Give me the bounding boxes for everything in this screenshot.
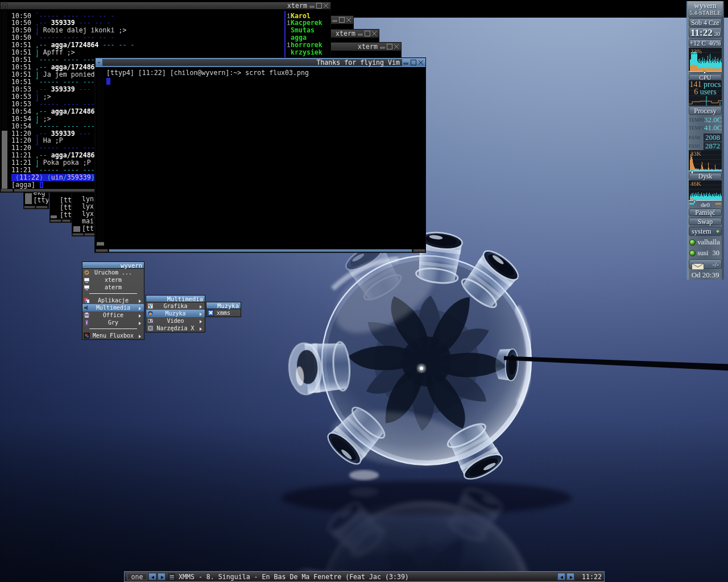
fluxbox-multimedia-submenu[interactable]: Multimedia GrafikaMuzykaVideoNarzędzia X	[146, 295, 205, 332]
user-prefix: i	[287, 19, 291, 27]
resize-grip[interactable]	[50, 219, 61, 222]
resize-handle[interactable]	[96, 249, 425, 252]
scrollbar-thumb[interactable]	[97, 242, 104, 246]
menu-item-xterm[interactable]: xterm	[82, 276, 144, 284]
resize-grip[interactable]	[96, 249, 108, 252]
gkrellm-clock-section: Sob 4 Cze 11:22 30	[688, 18, 723, 39]
resize-grip[interactable]	[1, 189, 13, 192]
minimize-button[interactable]	[358, 31, 363, 36]
minimize-button[interactable]	[309, 3, 315, 9]
gkrellm-cpu-chart[interactable]: 23%	[688, 48, 723, 71]
gkrellm-system-row[interactable]: system	[688, 226, 723, 237]
resize-grip[interactable]	[72, 233, 84, 236]
menu-item-aplikacje[interactable]: Aplikacje	[82, 297, 144, 304]
scrollbar-thumb[interactable]	[25, 193, 32, 204]
maximize-button[interactable]	[365, 31, 370, 36]
gkrellm-valhalla-row[interactable]: valhalla	[688, 237, 723, 247]
gkrellm-swap-row[interactable]: Swap	[688, 217, 723, 226]
scrollbar-thumb[interactable]	[51, 215, 57, 218]
menu-item-gry[interactable]: Gry	[82, 319, 144, 326]
resize-handle[interactable]	[50, 219, 71, 222]
workspace-prev-button[interactable]	[148, 573, 156, 580]
statusbar-segment: uin	[51, 173, 63, 181]
close-button[interactable]	[418, 60, 424, 66]
taskbar-task-xmms[interactable]: XMMS - 8. Singuila - En Bas De Ma Fenetr…	[167, 572, 549, 581]
gkrellm-net-chart[interactable]: 46K	[688, 180, 723, 200]
vim-xterm-window[interactable]: Thanks for flying Vim [ttyp4] [11:22] [c…	[94, 57, 426, 253]
window-next-button[interactable]	[566, 573, 574, 580]
menu-item-aterm[interactable]: aterm	[82, 284, 144, 291]
window-menu-button[interactable]	[2, 3, 8, 9]
gkrellm-proc-chart[interactable]: 141 procs 6 users	[688, 80, 723, 106]
scrollbar[interactable]	[97, 67, 104, 247]
window-prev-button[interactable]	[557, 573, 565, 580]
menu-item-office[interactable]: Office	[82, 311, 144, 319]
close-button[interactable]	[371, 31, 377, 36]
resize-handle[interactable]	[24, 206, 48, 209]
gkrellm-cpu-button-row[interactable]: CPU	[688, 73, 723, 80]
resize-grip[interactable]	[24, 206, 35, 209]
timestamp: 10:51	[11, 78, 31, 86]
maximize-button[interactable]	[411, 60, 417, 66]
titlebar[interactable]: Thanks for flying Vim	[96, 58, 425, 67]
gkrellm-cpu-button[interactable]: CPU	[689, 74, 722, 80]
window-menu-button[interactable]	[96, 59, 103, 66]
gkrellm-temps: TEMP032.0C TEMP141.0C	[688, 115, 723, 132]
menu-item-uruchom[interactable]: Uruchom ...	[82, 269, 144, 276]
menu-item-muzyka[interactable]: Muzyka	[146, 310, 205, 317]
vim-terminal-content[interactable]: [ttyp4] [11:22] [chilon@wyvern]:~> scrot…	[96, 67, 425, 247]
close-button[interactable]	[323, 3, 329, 9]
menu-item-label: Gry	[108, 319, 118, 326]
gkrellm-system-button[interactable]: system	[689, 227, 722, 236]
gkrellm-memory-meter[interactable]: Pamięć	[689, 209, 722, 216]
minimize-button[interactable]	[380, 44, 386, 49]
maximize-button[interactable]	[339, 17, 345, 23]
fluxbox-root-menu[interactable]: wyvern Uruchom ...xtermatermAplikacjeMul…	[82, 261, 144, 340]
close-button[interactable]	[394, 44, 399, 49]
music-icon	[147, 310, 154, 317]
gkrellm-memory-row[interactable]: Pamięć	[688, 208, 723, 217]
scrollbar[interactable]	[2, 10, 7, 190]
gkrellm-mail-row[interactable]: -/-	[689, 259, 722, 269]
resize-bar[interactable]	[36, 206, 48, 209]
gkrellm-proc-button[interactable]: Procesy	[689, 106, 722, 115]
maximize-button[interactable]	[316, 3, 322, 9]
timestamp: 10:51	[11, 56, 31, 64]
resize-grip[interactable]	[413, 249, 425, 252]
menu-item-label: Multimedia	[96, 305, 130, 311]
minimize-button[interactable]	[332, 17, 338, 23]
menu-item-grafika[interactable]: Grafika	[146, 302, 205, 310]
maximize-button[interactable]	[387, 44, 392, 49]
gkrellm-fan0-label: FAN0	[689, 135, 704, 140]
fluxbox-toolbar[interactable]: one XMMS - 8. Singuila - En Bas De Ma Fe…	[124, 571, 605, 582]
close-button[interactable]	[346, 17, 351, 23]
gkrellm-proc-button-row[interactable]: Procesy	[688, 106, 723, 115]
message-segment: agga/1724864	[51, 151, 99, 159]
titlebar[interactable]: xterm	[1, 2, 330, 10]
scrollbar-thumb[interactable]	[73, 226, 80, 232]
gkrellm-swap-meter[interactable]: Swap	[689, 218, 722, 225]
workspace-label[interactable]: one	[127, 573, 147, 580]
menu-item-video[interactable]: Video	[146, 317, 205, 325]
scrollbar-thumb[interactable]	[2, 131, 7, 189]
resize-bar[interactable]	[62, 219, 71, 222]
gkrellm-susi-row[interactable]: susi30	[688, 247, 723, 259]
menu-item-multimedia[interactable]: Multimedia	[82, 304, 144, 311]
menu-item-xmms[interactable]: xmms	[206, 309, 241, 317]
gkrellm-disk-button-row[interactable]: Dysk	[688, 171, 723, 180]
resize-bar[interactable]	[109, 249, 412, 252]
gkrellm-disk-chart[interactable]: 33K	[688, 150, 723, 171]
fluxbox-muzyka-submenu[interactable]: Muzyka xmms	[206, 302, 241, 317]
gkrellm-disk-button[interactable]: Dysk	[689, 173, 722, 180]
gkrellm-net-iface-row[interactable]: de0	[688, 200, 723, 208]
workspace-next-button[interactable]	[158, 573, 166, 580]
gkrellm-mail-status: -/-	[713, 261, 719, 269]
irc-input-line[interactable]: [agga]	[11, 181, 39, 189]
gkrellm-monitor[interactable]: wyvern 5.4-STABLESob 4 Cze 11:22 30+12 C…	[686, 1, 724, 280]
menu-item-narz-dzia-x[interactable]: Narzędzia X	[146, 325, 205, 332]
menu-item-menu-fluxbox[interactable]: Menu Fluxbox	[82, 332, 144, 339]
timestamp: 11:20	[11, 136, 31, 144]
minimize-button[interactable]	[403, 60, 410, 66]
userlist-entry[interactable]: krzysiek	[287, 49, 322, 56]
gkrellm-mail-row[interactable]: -/-	[688, 259, 723, 270]
